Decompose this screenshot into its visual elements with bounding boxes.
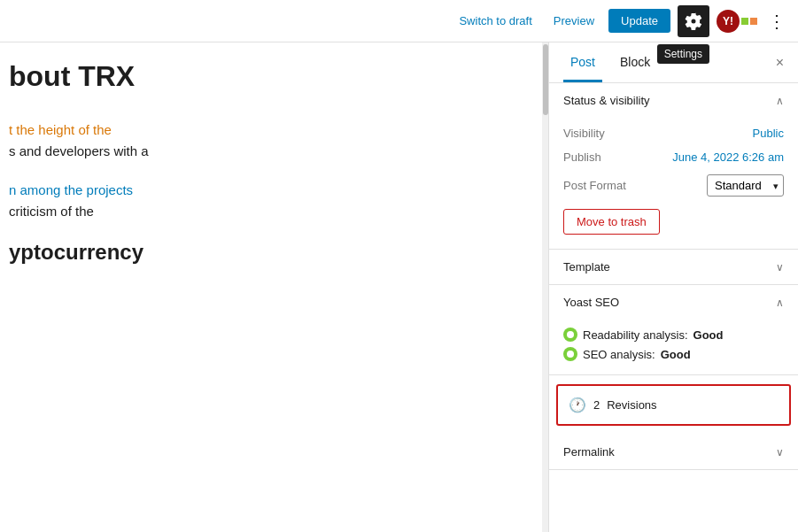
readability-dot (563, 328, 577, 342)
content-paragraph-2: n among the projects criticism of the (9, 180, 523, 222)
yoast-seo-chevron: ∧ (776, 297, 784, 309)
permalink-chevron: ∨ (776, 446, 784, 459)
preview-button[interactable]: Preview (546, 11, 601, 31)
seo-dot (563, 347, 577, 361)
yoast-seo-header[interactable]: Yoast SEO ∧ (549, 285, 798, 320)
revisions-clock-icon: 🕐 (569, 397, 586, 413)
revisions-wrapper: 🕐 2 Revisions (549, 375, 798, 435)
settings-tooltip: Settings (657, 44, 709, 64)
revisions-row[interactable]: 🕐 2 Revisions (558, 386, 789, 424)
seo-label: SEO analysis: (583, 348, 655, 361)
move-to-trash-button[interactable]: Move to trash (563, 209, 660, 235)
tab-block[interactable]: Block (613, 42, 657, 82)
post-format-row: Post Format Standard ▾ (563, 169, 784, 202)
visibility-label: Visibility (563, 127, 605, 140)
status-visibility-chevron: ∧ (776, 95, 784, 107)
visibility-value[interactable]: Public (753, 127, 784, 140)
sidebar-close-button[interactable]: × (776, 56, 784, 70)
revisions-label: Revisions (607, 398, 656, 412)
content-text-2a: n among the projects (9, 182, 133, 197)
gear-icon (685, 12, 702, 30)
visibility-row: Visibility Public (563, 121, 784, 145)
yoast-blocks (741, 18, 757, 25)
tab-post[interactable]: Post (563, 42, 602, 82)
yoast-seo-label: Yoast SEO (563, 296, 619, 309)
permalink-section-header[interactable]: Permalink ∨ (549, 435, 798, 469)
content-paragraph-1: t the height of the s and developers wit… (9, 120, 523, 162)
publish-value[interactable]: June 4, 2022 6:26 am (672, 150, 784, 164)
post-format-label: Post Format (563, 179, 626, 192)
content-text-1a: t the height of the (9, 122, 112, 137)
revisions-section: 🕐 2 Revisions (556, 384, 791, 426)
sidebar-content: Status & visibility ∧ Visibility Public … (549, 83, 798, 532)
more-options-button[interactable]: ⋮ (764, 11, 789, 32)
content-subheading: yptocurrency (9, 240, 523, 265)
status-visibility-label: Status & visibility (563, 94, 650, 107)
seo-row: SEO analysis: Good (563, 344, 784, 364)
readability-row: Readability analysis: Good (563, 325, 784, 344)
post-format-select-wrapper: Standard ▾ (707, 174, 784, 197)
settings-button[interactable] (678, 5, 709, 37)
switch-to-draft-button[interactable]: Switch to draft (452, 11, 538, 31)
yoast-seo-body: Readability analysis: Good SEO analysis:… (549, 320, 798, 374)
main-content-area: bout TRX t the height of the s and devel… (0, 42, 523, 532)
status-visibility-header[interactable]: Status & visibility ∧ (549, 83, 798, 118)
publish-row: Publish June 4, 2022 6:26 am (563, 145, 784, 169)
yoast-logo: Y! (717, 10, 740, 33)
template-section-header[interactable]: Template ∨ (549, 250, 798, 284)
template-section: Template ∨ (549, 250, 798, 285)
readability-label: Readability analysis: (583, 328, 688, 342)
post-title: bout TRX (9, 60, 523, 93)
seo-value: Good (661, 348, 691, 361)
permalink-label: Permalink (563, 445, 615, 459)
yoast-toolbar-icon[interactable]: Y! (717, 10, 757, 33)
readability-value: Good (693, 328, 724, 342)
toolbar: Switch to draft Preview Update Settings … (0, 0, 798, 42)
publish-label: Publish (563, 150, 601, 164)
status-visibility-body: Visibility Public Publish June 4, 2022 6… (549, 118, 798, 249)
template-chevron: ∨ (776, 261, 784, 274)
post-format-select[interactable]: Standard (707, 174, 784, 197)
yoast-seo-section: Yoast SEO ∧ Readability analysis: Good S… (549, 285, 798, 375)
sidebar-panel: Post Block × Status & visibility ∧ Visib… (548, 42, 798, 532)
permalink-section: Permalink ∨ (549, 435, 798, 470)
status-visibility-section: Status & visibility ∧ Visibility Public … (549, 83, 798, 250)
revisions-count: 2 (593, 398, 600, 412)
update-button[interactable]: Update (608, 9, 670, 33)
content-text-2b: criticism of the (9, 204, 94, 219)
content-text-1b: s and developers with a (9, 143, 149, 158)
template-label: Template (563, 260, 610, 274)
